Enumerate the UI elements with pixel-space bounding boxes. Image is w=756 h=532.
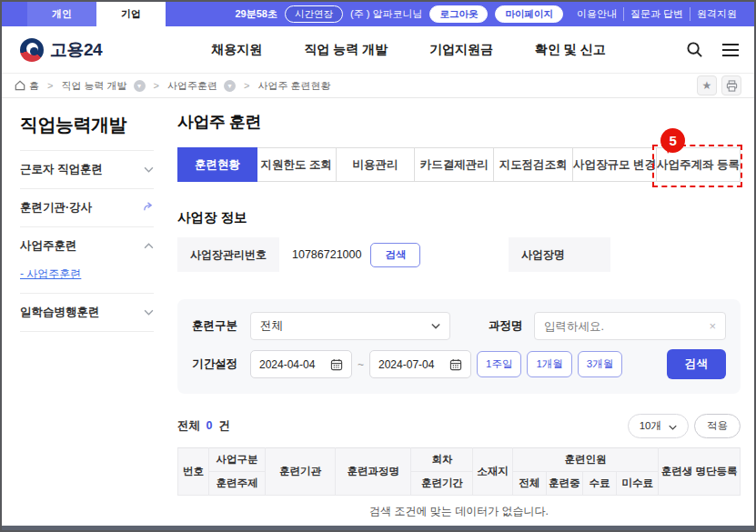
col-not-completed: 미수료: [616, 472, 658, 496]
training-type-label: 훈련구분: [192, 318, 250, 334]
main-content: 사업주 훈련 훈련현황 지원한도 조회 비용관리 카드결제관리 지도점검조회 사…: [170, 98, 754, 504]
tab-guidance-check[interactable]: 지도점검조회: [493, 147, 573, 182]
breadcrumb-item-current: 사업주 훈련현황: [257, 79, 330, 93]
date-range-separator: ~: [358, 358, 364, 371]
breadcrumb-separator: >: [47, 80, 53, 91]
breadcrumb-item-vocational-dev[interactable]: 직업 능력 개발 ▾: [61, 79, 145, 93]
course-name-input[interactable]: [544, 320, 709, 333]
favorite-button[interactable]: ★: [697, 75, 717, 95]
workplace-info-heading: 사업장 정보: [177, 209, 741, 226]
col-roster: 훈련생 명단등록: [659, 448, 741, 496]
calendar-icon: [449, 358, 462, 371]
link-qna[interactable]: 질문과 답변: [623, 7, 690, 21]
col-topic: 훈련주제: [208, 472, 265, 496]
home-icon: [15, 80, 25, 91]
main-header: 고용24 채용지원 직업 능력 개발 기업지원금 확인 및 신고: [2, 26, 754, 73]
chevron-down-icon: [431, 321, 440, 331]
course-name-field: ×: [534, 312, 726, 340]
nav-company-subsidy[interactable]: 기업지원금: [429, 42, 493, 58]
gov-emblem-icon: [20, 38, 44, 62]
logout-button[interactable]: 로그아웃: [429, 5, 488, 24]
tab-cost-mgmt[interactable]: 비용관리: [336, 147, 416, 182]
tab-company[interactable]: 기업: [96, 2, 166, 26]
tab-support-limit[interactable]: 지원한도 조회: [257, 147, 337, 182]
workplace-info-grid: 사업장관리번호 10786721000 검색 사업장명: [177, 237, 741, 272]
mypage-button[interactable]: 마이페이지: [495, 5, 563, 24]
mgmt-no-value: 10786721000: [292, 248, 361, 261]
chevron-down-icon[interactable]: ▾: [134, 80, 146, 92]
session-timer: 29분58초: [236, 7, 277, 21]
col-round: 회차: [411, 448, 473, 472]
tab-personal[interactable]: 개인: [27, 2, 96, 26]
top-utility-bar: 개인 기업 29분58초 시간연장 (주 ) 알파코니님 로그아웃 마이페이지 …: [2, 2, 754, 26]
workplace-name-label: 사업장명: [509, 237, 610, 272]
nav-confirm-report[interactable]: 확인 및 신고: [535, 42, 606, 58]
nav-vocational-dev[interactable]: 직업 능력 개발: [304, 42, 388, 58]
print-button[interactable]: [721, 75, 741, 95]
date-from-picker[interactable]: 2024-04-04: [250, 350, 352, 378]
chevron-down-icon: [144, 307, 154, 317]
sidebar-item-training-org[interactable]: 훈련기관·강사: [20, 188, 154, 226]
col-period: 훈련기간: [411, 472, 473, 496]
sidebar-title: 직업능력개발: [20, 113, 154, 150]
search-icon[interactable]: [686, 41, 703, 58]
sub-tabs: 훈련현황 지원한도 조회 비용관리 카드결제관리 지도점검조회 사업장규모 변경…: [177, 147, 741, 182]
link-usage-guide[interactable]: 이용안내: [570, 7, 623, 21]
breadcrumb: 홈 > 직업 능력 개발 ▾ > 사업주훈련 ▾ > 사업주 훈련현황 ★: [2, 73, 754, 98]
workplace-name-value: [610, 237, 741, 272]
user-name: (주 ) 알파코니님: [350, 7, 422, 21]
sidebar-link-employer-training[interactable]: - 사업주훈련: [20, 267, 81, 280]
menu-hamburger-icon[interactable]: [721, 43, 740, 57]
col-total: 전체: [512, 472, 546, 496]
annotation-step-badge: 5: [660, 128, 685, 153]
apply-button[interactable]: 적용: [694, 414, 741, 438]
course-name-label: 과정명: [489, 318, 534, 334]
chevron-down-icon: [144, 165, 154, 175]
sidebar-item-work-learning[interactable]: 일학습병행훈련: [20, 293, 154, 331]
mgmt-no-search-button[interactable]: 검색: [370, 243, 420, 267]
results-table: 번호 사업구분 훈련기관 훈련과정명 회차 소재지 훈련인원 훈련생 명단등록 …: [177, 447, 741, 528]
col-location: 소재지: [473, 448, 512, 496]
clear-input-icon[interactable]: ×: [709, 319, 716, 333]
chevron-down-icon: [669, 421, 677, 432]
audience-tabs: 개인 기업: [27, 2, 166, 26]
extend-time-button[interactable]: 시간연장: [285, 5, 343, 24]
logo[interactable]: 고용24: [20, 38, 102, 62]
breadcrumb-item-employer-training[interactable]: 사업주훈련 ▾: [167, 79, 236, 93]
utility-links: 이용안내 질문과 답변 원격지원: [570, 7, 743, 21]
empty-message: 검색 조건에 맞는 데이터가 없습니다.: [178, 496, 741, 528]
search-submit-button[interactable]: 검색: [667, 349, 726, 379]
period-1month-button[interactable]: 1개월: [527, 351, 571, 377]
breadcrumb-separator: >: [244, 80, 249, 91]
date-to-picker[interactable]: 2024-07-04: [369, 350, 471, 378]
link-remote-support[interactable]: 원격지원: [690, 7, 743, 21]
page-size-select[interactable]: 10개: [628, 414, 689, 438]
sidebar-item-worker-training[interactable]: 근로자 직업훈련: [20, 150, 154, 188]
tab-employer-account[interactable]: 사업주계좌 등록 5: [656, 147, 741, 182]
total-suffix: 건: [218, 419, 230, 432]
chevron-down-icon[interactable]: ▾: [224, 80, 236, 92]
sidebar: 직업능력개발 근로자 직업훈련 훈련기관·강사 사업주훈련: [2, 98, 170, 504]
period-1week-button[interactable]: 1주일: [477, 351, 521, 377]
tab-training-status[interactable]: 훈련현황: [177, 147, 257, 182]
calendar-icon: [330, 358, 343, 371]
mgmt-no-label: 사업장관리번호: [177, 237, 279, 272]
tab-workplace-scale[interactable]: 사업장규모 변경: [572, 147, 657, 182]
star-icon: ★: [702, 79, 712, 92]
col-in-training: 훈련중: [546, 472, 582, 496]
training-type-select[interactable]: 전체: [250, 312, 450, 340]
period-3month-button[interactable]: 3개월: [578, 351, 622, 377]
col-completed: 수료: [582, 472, 616, 496]
page-title: 사업주 훈련: [177, 111, 741, 133]
sidebar-item-employer-training[interactable]: 사업주훈련: [20, 226, 154, 265]
col-org: 훈련기관: [265, 448, 335, 496]
nav-recruit-support[interactable]: 채용지원: [211, 42, 262, 58]
col-course: 훈련과정명: [336, 448, 411, 496]
tab-card-payment[interactable]: 카드결제관리: [414, 147, 494, 182]
breadcrumb-separator: >: [154, 80, 159, 91]
chevron-up-icon: [144, 241, 154, 251]
total-count: 0: [206, 419, 212, 432]
col-biz-type: 사업구분: [208, 448, 265, 472]
breadcrumb-home[interactable]: 홈: [15, 79, 39, 93]
shortcut-icon: [142, 201, 154, 216]
